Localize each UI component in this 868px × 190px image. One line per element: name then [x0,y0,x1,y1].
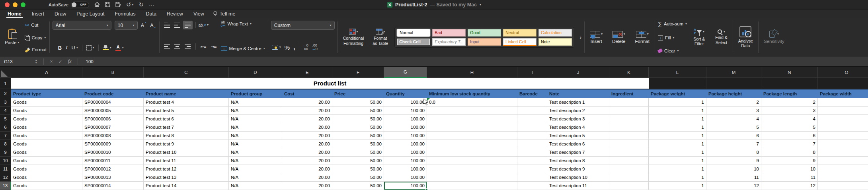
cell[interactable]: Goods [11,173,82,182]
cell-style-calculation[interactable]: Calculation [538,29,572,37]
cell[interactable]: 20.00 [282,157,332,165]
cell-style-linked-cell[interactable]: Linked Cell [503,38,536,46]
cell[interactable]: Test description 1 [547,98,609,107]
decrease-decimal-button[interactable]: .00→0 [312,44,318,51]
cell[interactable]: 50.00 [332,115,384,123]
paste-button[interactable]: Paste▾ [2,29,21,45]
cell[interactable]: N/A [229,115,282,123]
column-header-N[interactable]: N [761,67,818,78]
cell[interactable]: 1 [649,157,706,165]
cell[interactable]: SP00000007 [82,123,144,132]
cell[interactable]: Goods [11,98,82,107]
column-header-B[interactable]: B [82,67,144,78]
cell[interactable]: 20.00 [282,115,332,123]
table-header-barcode[interactable]: Barcode [517,89,547,98]
ribbon-tab-review[interactable]: Review [162,10,188,18]
cell[interactable] [427,182,517,190]
borders-dropdown-icon[interactable]: ▾ [93,46,94,49]
selected-cell-G13[interactable]: 100.00 [384,182,427,190]
cell[interactable] [427,148,517,157]
cell[interactable]: Test description 10 [547,173,609,182]
cell[interactable]: Goods [11,140,82,148]
ribbon-tab-draw[interactable]: Draw [49,10,71,18]
cell[interactable]: 50.00 [332,123,384,132]
cell[interactable]: 7 [706,140,761,148]
align-top-button[interactable] [162,21,172,29]
table-header-product-code[interactable]: Product code [82,89,144,98]
cell-style-normal[interactable]: Normal [397,29,430,37]
cell[interactable]: SP00000013 [82,173,144,182]
cell[interactable] [517,132,547,140]
cell[interactable]: 9 [761,157,818,165]
cell[interactable]: 50.00 [332,148,384,157]
table-header-note[interactable]: Note [547,89,609,98]
column-header-J[interactable]: J [547,67,609,78]
cell[interactable]: 12 [761,182,818,190]
cell[interactable]: SP00000009 [82,140,144,148]
styles-more-icon[interactable]: › [579,34,581,41]
align-center-button[interactable] [173,42,182,51]
cell[interactable]: Product test 13 [144,173,229,182]
cell[interactable]: Test description 11 [547,182,609,190]
cell-style-bad[interactable]: Bad [432,29,466,37]
table-header-product-name[interactable]: Product name [144,89,229,98]
accounting-format-button[interactable]: ▾ [272,45,281,50]
format-dropdown-icon[interactable]: ▾ [647,33,649,36]
cell[interactable]: N/A [229,173,282,182]
cell[interactable] [517,148,547,157]
cell[interactable] [609,157,649,165]
cell[interactable]: 50.00 [332,157,384,165]
tell-me[interactable]: Tell me [209,10,240,18]
select-all-corner[interactable] [0,67,11,78]
cell[interactable]: Test description 5 [547,132,609,140]
cell[interactable]: 10 [761,165,818,173]
cell[interactable] [609,173,649,182]
close-window-button[interactable] [5,2,10,7]
sensitivity-button[interactable]: ▾ Sensitivity [761,20,787,54]
cell[interactable] [427,107,517,115]
align-right-button[interactable] [183,42,193,51]
cell[interactable]: 1 [649,140,706,148]
row-header-6[interactable]: 6 [0,123,11,132]
table-header-package-width[interactable]: Package width [818,89,868,98]
merge-centre-button[interactable]: ↔ Merge & Centre▾ [221,46,265,51]
cell[interactable] [609,115,649,123]
cell[interactable]: 100.00 [384,148,427,157]
cell[interactable] [609,182,649,190]
fill-handle[interactable] [425,188,428,190]
row-header-9[interactable]: 9 [0,148,11,157]
cell[interactable]: 20.00 [282,123,332,132]
cell[interactable]: 100.00 [384,123,427,132]
cell[interactable]: Product test 14 [144,182,229,190]
cell[interactable] [609,98,649,107]
ribbon-tab-view[interactable]: View [188,10,209,18]
cell[interactable] [427,115,517,123]
cell[interactable] [609,107,649,115]
cell[interactable]: N/A [229,182,282,190]
cell[interactable] [517,173,547,182]
column-header-D[interactable]: D [229,67,282,78]
cell[interactable]: 2 [818,98,868,107]
fill-dropdown-icon[interactable]: ▾ [673,36,675,39]
ribbon-tab-home[interactable]: Home [2,10,27,18]
copy-button[interactable]: Copy▾ [25,35,46,40]
more-commands-icon[interactable]: ⋯ [149,2,154,8]
cell[interactable]: Product test 8 [144,132,229,140]
redo-button[interactable]: ↻ [138,2,144,8]
cell[interactable]: 20.00 [282,132,332,140]
grow-font-button[interactable]: A⌃ [141,23,147,28]
cell[interactable]: 20.00 [282,140,332,148]
cell[interactable]: SP00000008 [82,132,144,140]
row-header-3[interactable]: 3 [0,98,11,107]
table-header-package-length[interactable]: Package length [761,89,818,98]
cell[interactable]: 1 [649,107,706,115]
conditional-formatting-dropdown-icon[interactable]: ▾ [357,30,358,33]
cell[interactable] [427,132,517,140]
cell[interactable]: 3 [818,107,868,115]
empty-cell[interactable] [818,78,868,89]
cell[interactable] [609,148,649,157]
cell[interactable]: SP00000012 [82,165,144,173]
orientation-dropdown-icon[interactable]: ▾ [207,23,209,27]
cell[interactable]: Product test 4 [144,98,229,107]
find-select-button[interactable]: ▾ Find &Select [713,29,730,45]
